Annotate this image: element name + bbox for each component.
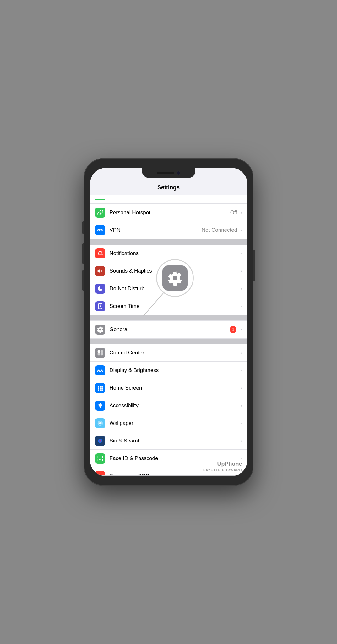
- emergency-svg: [97, 473, 103, 475]
- home-screen-label: Home Screen: [110, 385, 239, 391]
- svg-rect-8: [100, 386, 101, 387]
- chevron-icon: ›: [240, 403, 242, 408]
- vpn-text: VPN: [97, 229, 103, 232]
- general-badge: 1: [230, 326, 236, 333]
- svg-rect-12: [101, 387, 103, 389]
- control-center-label: Control Center: [110, 350, 239, 356]
- display-text: AA: [97, 368, 103, 373]
- chevron-icon: ›: [240, 303, 242, 309]
- chevron-icon: ›: [240, 268, 242, 274]
- gear-tooltip-circle: [156, 259, 194, 297]
- wallpaper-icon: [95, 418, 105, 428]
- svg-marker-1: [97, 269, 100, 273]
- chevron-icon: ›: [240, 227, 242, 233]
- svg-rect-7: [98, 386, 99, 387]
- svg-point-18: [98, 439, 102, 443]
- settings-row-accessibility[interactable]: Accessibility ›: [90, 397, 247, 414]
- hotspot-svg: [97, 209, 103, 216]
- settings-row-control-center[interactable]: Control Center ›: [90, 344, 247, 362]
- screen-time-icon: [95, 301, 105, 311]
- settings-row-siri[interactable]: Siri & Search ›: [90, 432, 247, 450]
- settings-row-home-screen[interactable]: Home Screen ›: [90, 379, 247, 397]
- svg-rect-6: [100, 353, 103, 355]
- svg-rect-4: [100, 350, 103, 353]
- screen-time-svg: [97, 303, 103, 309]
- svg-rect-11: [100, 387, 101, 389]
- section-connectivity: Personal Hotspot Off › VPN VPN Not Conne…: [90, 195, 247, 239]
- notch-camera: [177, 171, 180, 175]
- partial-row: [90, 195, 247, 204]
- display-icon: AA: [95, 365, 105, 375]
- chevron-icon: ›: [240, 286, 242, 291]
- personal-hotspot-value: Off: [230, 209, 237, 216]
- page-title: Settings: [157, 184, 180, 191]
- settings-row-general[interactable]: General 1 ›: [90, 321, 247, 338]
- sounds-svg: [97, 268, 103, 274]
- screen-time-label: Screen Time: [110, 303, 239, 309]
- svg-point-16: [100, 403, 101, 404]
- watermark-payette: PAYETTE FORWARD: [203, 468, 242, 472]
- personal-hotspot-label: Personal Hotspot: [110, 209, 230, 216]
- emergency-icon: [95, 471, 105, 475]
- settings-list[interactable]: Personal Hotspot Off › VPN VPN Not Conne…: [90, 195, 247, 475]
- wallpaper-label: Wallpaper: [110, 420, 239, 426]
- dnd-icon: [95, 284, 105, 294]
- home-screen-icon: [95, 383, 105, 393]
- notifications-label: Notifications: [110, 250, 239, 257]
- face-id-svg: [97, 455, 103, 462]
- vpn-icon: VPN: [95, 225, 105, 235]
- svg-rect-5: [97, 353, 100, 355]
- settings-row-notifications[interactable]: Notifications ›: [90, 245, 247, 262]
- section-gap-1: [90, 239, 247, 245]
- svg-rect-3: [97, 350, 100, 353]
- svg-rect-13: [98, 389, 99, 391]
- general-label: General: [110, 326, 230, 333]
- vpn-value: Not Connected: [202, 227, 237, 233]
- watermark-upphone: UpPhone: [203, 460, 242, 468]
- settings-row-screen-time[interactable]: Screen Time ›: [90, 297, 247, 315]
- chevron-icon: ›: [240, 438, 242, 444]
- chevron-icon: ›: [240, 368, 242, 373]
- section-gap-2: [90, 315, 247, 321]
- accessibility-icon: [95, 401, 105, 411]
- personal-hotspot-icon: [95, 208, 105, 218]
- notifications-svg: [97, 250, 103, 257]
- siri-svg: [97, 438, 103, 444]
- home-screen-svg: [97, 385, 103, 391]
- section-display: Control Center › AA Display & Brightness…: [90, 344, 247, 475]
- wallpaper-svg: [97, 420, 103, 426]
- control-center-icon: [95, 348, 105, 358]
- general-icon: [95, 325, 105, 335]
- notifications-icon: [95, 248, 105, 258]
- svg-rect-14: [100, 389, 101, 391]
- chevron-icon: ›: [240, 350, 242, 356]
- chevron-icon: ›: [240, 327, 242, 332]
- screen-content: Settings: [90, 168, 247, 476]
- chevron-icon: ›: [240, 473, 242, 475]
- power-button: [253, 250, 255, 281]
- section-general: General 1 ›: [90, 321, 247, 338]
- gear-icon-small: [97, 326, 104, 333]
- accessibility-label: Accessibility: [110, 402, 239, 409]
- settings-row-vpn[interactable]: VPN VPN Not Connected ›: [90, 221, 247, 239]
- svg-point-19: [99, 458, 100, 458]
- accessibility-svg: [97, 402, 103, 409]
- volume-up-button: [82, 243, 84, 264]
- notch-speaker: [157, 172, 174, 174]
- settings-row-personal-hotspot[interactable]: Personal Hotspot Off ›: [90, 204, 247, 221]
- siri-label: Siri & Search: [110, 438, 239, 444]
- chevron-icon: ›: [240, 251, 242, 256]
- svg-rect-0: [99, 251, 101, 252]
- face-id-icon: [95, 453, 105, 464]
- settings-row-wallpaper[interactable]: Wallpaper ›: [90, 414, 247, 432]
- volume-down-button: [82, 270, 84, 291]
- settings-row-display[interactable]: AA Display & Brightness ›: [90, 362, 247, 379]
- nav-bar: Settings: [90, 182, 247, 195]
- siri-icon: [95, 436, 105, 446]
- section-gap-3: [90, 338, 247, 344]
- emergency-label: Emergency SOS: [110, 473, 239, 475]
- chevron-icon: ›: [240, 385, 242, 391]
- dnd-svg: [97, 286, 103, 292]
- phone-frame: Settings: [84, 158, 253, 486]
- control-center-svg: [97, 350, 103, 356]
